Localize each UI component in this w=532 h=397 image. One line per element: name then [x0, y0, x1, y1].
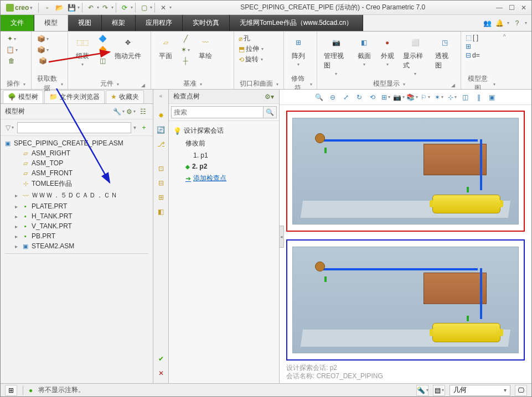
undo-button[interactable]: ↶ — [85, 2, 97, 14]
menu-author[interactable]: 无维网TomLee作品（www.5dcad.cn） — [230, 15, 363, 31]
zoom-fit[interactable]: ⤢ — [340, 91, 352, 103]
checkpoint-search[interactable] — [171, 106, 264, 118]
csys-button[interactable]: ┼ — [179, 56, 192, 66]
zoom-in[interactable]: 🔍 — [313, 91, 326, 103]
tree-item[interactable]: ⊹TOMLEE作品 — [1, 178, 153, 190]
minimize-button[interactable]: — — [494, 3, 505, 13]
cp-root[interactable]: 💡设计探索会话 — [171, 124, 277, 137]
vtool-c[interactable]: ⊞ — [156, 192, 167, 203]
data-2[interactable]: 📦 — [36, 45, 49, 55]
vtool-star[interactable]: ✸ — [156, 110, 167, 121]
regen-button[interactable]: ⟳ — [118, 2, 131, 14]
refit[interactable]: ↻ — [353, 91, 365, 103]
tree-item[interactable]: ▱ASM_RIGHT — [1, 148, 153, 158]
cp-add[interactable]: ➔添加检查点 — [171, 172, 277, 185]
comp-3[interactable]: ◫ — [96, 56, 109, 66]
spin[interactable]: ⟲ — [366, 91, 379, 103]
menu-file[interactable]: 文件 — [1, 15, 34, 31]
drag-button[interactable]: ✥ 拖动元件 — [112, 34, 143, 62]
sketch-button[interactable]: 〰 草绘 — [195, 34, 215, 62]
open-button[interactable]: 📂 — [53, 2, 65, 14]
filter-button[interactable]: ▽ — [4, 122, 15, 133]
save-button[interactable]: 💾 — [65, 2, 78, 14]
window-close-button[interactable]: ✕ — [518, 3, 529, 13]
layers[interactable]: 📚 — [406, 91, 419, 103]
tree-root[interactable]: ▣SPEC_PIPING_CREATE_PIPE.ASM — [1, 138, 153, 148]
tree-item[interactable]: ▸〰ＷＷＷ．５ＤＣＡＤ．ＣＮ — [1, 190, 153, 201]
tree-item[interactable]: ▸▣STEAM2.ASM — [1, 241, 153, 251]
collapse-handle[interactable]: ◂ — [280, 226, 284, 248]
axis-button[interactable]: ╱ — [179, 34, 192, 44]
array-button[interactable]: ⊞ 阵列▾ — [288, 34, 308, 68]
data-1[interactable]: 📦 — [36, 34, 49, 44]
ribbon-collapse[interactable]: ^ — [500, 32, 509, 89]
comp-1[interactable]: 🔷 — [96, 34, 109, 44]
sb-screen[interactable]: 🖵 — [515, 385, 527, 396]
windows-button[interactable]: ▢ — [138, 2, 150, 14]
search-button[interactable]: 🔍 — [264, 106, 277, 118]
tool-show[interactable]: ☷ — [137, 106, 148, 117]
persp-button[interactable]: ◳透视图 — [433, 34, 456, 71]
tool-settings[interactable]: 🔧 — [113, 106, 124, 117]
selection-filter[interactable]: 几何 — [450, 385, 510, 396]
comp-2[interactable]: 🔶 — [96, 45, 109, 55]
datum-a[interactable]: ✶ — [433, 91, 445, 103]
vtool-close[interactable]: ✕ — [156, 368, 167, 379]
op-2[interactable]: 📋 — [5, 45, 18, 55]
tree-item[interactable]: ▱ASM_FRONT — [1, 168, 153, 178]
assemble-button[interactable]: ⬚⬚ 组装▾ — [73, 34, 92, 68]
point-button[interactable]: ✶ — [179, 45, 192, 55]
datum-c[interactable]: ◫ — [459, 91, 472, 103]
zoom-out[interactable]: ⊖ — [327, 91, 339, 103]
dispstyle-button[interactable]: ⬜显示样式▾ — [401, 34, 430, 77]
new-button[interactable]: ▫ — [41, 2, 53, 14]
plane-button[interactable]: ▱ 平面 — [156, 34, 175, 62]
menu-frame[interactable]: 框架 — [102, 15, 136, 31]
data-3[interactable]: 📦 — [36, 56, 49, 66]
bell-icon[interactable]: 🔔 — [495, 19, 504, 28]
tree-item[interactable]: ▸▪H_TANK.PRT — [1, 211, 153, 221]
menu-app[interactable]: 应用程序 — [136, 15, 183, 31]
intent-3[interactable]: ⊟ d= — [466, 51, 480, 59]
annot[interactable]: ⚐ — [420, 91, 432, 103]
intent-1[interactable]: ⬚ [ ] — [466, 34, 480, 41]
menu-model[interactable]: 模型 — [34, 15, 68, 31]
pause[interactable]: ‖ — [473, 91, 485, 103]
canvas-p2[interactable] — [286, 239, 525, 361]
filter-add[interactable]: + — [138, 122, 149, 133]
mgview-button[interactable]: 📷管理视图▾ — [322, 34, 351, 77]
tree-item[interactable]: ▸▪V_TANK.PRT — [1, 221, 153, 231]
vtool-d[interactable]: ◧ — [156, 206, 167, 217]
redo-button[interactable]: ↷ — [99, 2, 111, 14]
vtool-branch[interactable]: ⎇ — [156, 139, 167, 150]
tab-favorites[interactable]: ★收藏夹 — [106, 90, 144, 103]
group-icon[interactable]: 👥 — [483, 19, 492, 28]
intent-2[interactable]: ⊞ — [466, 43, 480, 50]
tree-item[interactable]: ▸▪PB.PRT — [1, 231, 153, 241]
saved-orient[interactable]: 📷 — [393, 91, 405, 103]
menu-sim[interactable]: 实时仿真 — [183, 15, 230, 31]
filter-input[interactable] — [17, 122, 131, 133]
appear-button[interactable]: ●外观▾ — [378, 34, 397, 68]
cp-before[interactable]: 修改前 — [171, 137, 277, 150]
help-icon[interactable]: ? — [513, 19, 521, 28]
sb-find[interactable]: 🔦 — [416, 385, 428, 396]
vtool-check[interactable]: ✔ — [156, 353, 167, 364]
op-3[interactable]: 🗑 — [5, 56, 18, 66]
sb-expand[interactable]: ⊞ — [5, 385, 17, 396]
extrude-button[interactable]: ⬒拉伸 — [239, 44, 264, 54]
vtool-a[interactable]: ⊡ — [156, 163, 167, 174]
hole-button[interactable]: ⌀孔 — [239, 34, 264, 43]
collapse-left[interactable]: « — [159, 93, 163, 99]
sb-layers[interactable]: ▤ — [433, 385, 445, 396]
stop[interactable]: ▣ — [486, 91, 498, 103]
named-views[interactable]: ⊞ — [380, 91, 392, 103]
cp-settings[interactable]: ⚙▾ — [264, 91, 275, 102]
tree-item[interactable]: ▱ASM_TOP — [1, 158, 153, 168]
tool-display[interactable]: ⚙ — [125, 106, 136, 117]
tree-item[interactable]: ▸▪PLATE.PRT — [1, 201, 153, 211]
close-doc-button[interactable]: ✕ — [157, 2, 169, 14]
op-1[interactable]: ✦ — [5, 34, 18, 44]
maximize-button[interactable]: ☐ — [506, 3, 517, 13]
cp-p2[interactable]: ◆2. p2 — [171, 161, 277, 172]
